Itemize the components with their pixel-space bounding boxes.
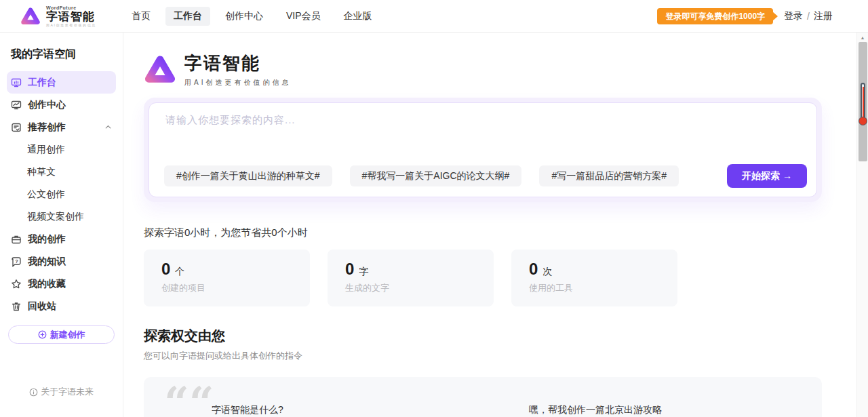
suggestion-chip-huangshan[interactable]: #创作一篇关于黄山出游的种草文#: [164, 165, 332, 186]
suggestion-chip-aigc[interactable]: #帮我写一篇关于AIGC的论文大纲#: [350, 165, 522, 186]
search-input[interactable]: [165, 114, 803, 155]
sidebar-item-label: 回收站: [28, 300, 56, 313]
stat-card-words: 0 字 生成的文字: [328, 250, 494, 306]
stats-summary: 探索字语0小时，为您节省共0个小时: [144, 226, 868, 239]
section-subtitle: 您可以向字语提问或给出具体创作的指令: [144, 350, 868, 362]
brand-name: 字语智能: [46, 11, 96, 22]
login-link[interactable]: 登录: [784, 10, 803, 22]
stat-label: 创建的项目: [161, 282, 292, 294]
brand-word: WordFuture: [46, 5, 96, 10]
sidebar: 我的字语空间 工作台 创作中心 推荐创作: [0, 33, 123, 417]
top-header: WordFuture 字语智能 用AI创造更有价值的信息 首页 工作台 创作中心…: [0, 0, 868, 33]
hero-title: 字语智能: [184, 52, 291, 75]
sidebar-item-official-doc[interactable]: 公文创作: [7, 183, 116, 205]
sidebar-item-label: 推荐创作: [28, 121, 66, 134]
nav-item-enterprise[interactable]: 企业版: [336, 7, 380, 26]
sidebar-item-label: 通用创作: [27, 144, 65, 156]
stat-card-tools: 0 次 使用的工具: [511, 250, 677, 306]
stats-cards: 0 个 创建的项目 0 字 生成的文字 0 次 使用的工具: [144, 250, 868, 306]
sidebar-item-label: 创作中心: [28, 99, 66, 111]
sidebar-item-label: 工作台: [28, 77, 56, 89]
sidebar-item-label: 种草文: [27, 166, 56, 178]
main-content: 字语智能 用AI创造更有价值的信息 #创作一篇关于黄山出游的种草文# #帮我写一…: [123, 33, 868, 417]
sidebar-title: 我的字语空间: [11, 47, 123, 62]
svg-text:?: ?: [15, 258, 18, 264]
sidebar-item-my-knowledge[interactable]: ? 我的知识: [7, 250, 116, 273]
top-nav: 首页 工作台 创作中心 VIP会员 企业版: [123, 7, 380, 26]
stat-label: 使用的工具: [529, 282, 660, 294]
monitor-icon: [11, 77, 22, 88]
stat-value: 0: [345, 260, 354, 279]
nav-item-workbench[interactable]: 工作台: [165, 7, 210, 26]
sidebar-item-label: 我的创作: [28, 233, 66, 245]
thermometer-indicator-icon: [859, 83, 867, 132]
stat-value: 0: [161, 260, 170, 279]
login-promo-badge[interactable]: 登录即可享免费创作1000字: [657, 8, 773, 24]
example-prompt-left[interactable]: 字语智能是什么?: [212, 404, 283, 416]
header-brand[interactable]: WordFuture 字语智能 用AI创造更有价值的信息: [20, 5, 96, 27]
scrollbar-up-arrow-icon[interactable]: ▲: [857, 33, 868, 42]
monitor-chart-icon: [11, 100, 22, 111]
plus-circle-icon: [38, 330, 47, 339]
briefcase-icon: [11, 234, 22, 245]
hero-triangle-logo-icon: [144, 54, 176, 85]
sidebar-item-label: 我的知识: [28, 256, 66, 268]
about-label: 关于字语未来: [41, 386, 94, 398]
nav-item-home[interactable]: 首页: [123, 7, 159, 26]
sidebar-item-label: 视频文案创作: [27, 211, 84, 223]
new-creation-button[interactable]: 新建创作: [8, 325, 115, 344]
stat-unit: 个: [175, 266, 184, 278]
sidebar-item-workbench[interactable]: 工作台: [7, 71, 116, 94]
hero-tagline: 用AI创造更有价值的信息: [184, 78, 291, 87]
trash-icon: [11, 301, 22, 312]
page-scrollbar[interactable]: ▲: [856, 33, 868, 417]
checklist-icon: [11, 122, 22, 133]
sidebar-item-recycle-bin[interactable]: 回收站: [7, 295, 116, 317]
search-panel: #创作一篇关于黄山出游的种草文# #帮我写一篇关于AIGC的论文大纲# #写一篇…: [144, 98, 822, 202]
sidebar-item-my-favorites[interactable]: 我的收藏: [7, 273, 116, 295]
sidebar-item-video-copy[interactable]: 视频文案创作: [7, 205, 116, 228]
quote-icon: ““: [164, 381, 214, 417]
chevron-up-icon[interactable]: [104, 123, 112, 131]
suggestion-chips-row: #创作一篇关于黄山出游的种草文# #帮我写一篇关于AIGC的论文大纲# #写一篇…: [164, 164, 807, 188]
section-title: 探索权交由您: [144, 327, 868, 345]
brand-tagline: 用AI创造更有价值的信息: [46, 24, 96, 27]
nav-item-vip[interactable]: VIP会员: [278, 7, 329, 26]
auth-separator: /: [807, 11, 810, 22]
stat-value: 0: [529, 260, 538, 279]
info-circle-icon: [29, 388, 38, 397]
sidebar-item-seeding-article[interactable]: 种草文: [7, 161, 116, 183]
hero-brand: 字语智能 用AI创造更有价值的信息: [144, 47, 868, 91]
example-prompt-right[interactable]: 嘿，帮我创作一篇北京出游攻略: [529, 404, 662, 416]
sidebar-item-general-creation[interactable]: 通用创作: [7, 138, 116, 161]
register-link[interactable]: 注册: [814, 10, 833, 22]
stat-unit: 字: [359, 266, 368, 278]
sidebar-item-label: 公文创作: [27, 188, 65, 201]
nav-item-creation-center[interactable]: 创作中心: [217, 7, 271, 26]
sidebar-item-label: 我的收藏: [28, 278, 66, 290]
question-bubble-icon: ?: [11, 256, 22, 267]
sidebar-item-creation-center[interactable]: 创作中心: [7, 94, 116, 116]
stat-label: 生成的文字: [345, 282, 476, 294]
new-creation-label: 新建创作: [50, 329, 85, 341]
about-link[interactable]: 关于字语未来: [0, 386, 123, 398]
sidebar-item-recommended[interactable]: 推荐创作: [7, 116, 116, 138]
suggestion-chip-dessert[interactable]: #写一篇甜品店的营销方案#: [539, 165, 679, 186]
stat-card-projects: 0 个 创建的项目: [144, 250, 310, 306]
brand-triangle-logo-icon: [20, 7, 41, 26]
example-prompts-card: ““ 字语智能是什么? 嘿，帮我创作一篇北京出游攻略: [144, 377, 822, 417]
sidebar-item-my-creations[interactable]: 我的创作: [7, 228, 116, 250]
stat-unit: 次: [542, 266, 552, 278]
start-explore-button[interactable]: 开始探索 →: [727, 164, 807, 188]
star-icon: [11, 279, 22, 290]
